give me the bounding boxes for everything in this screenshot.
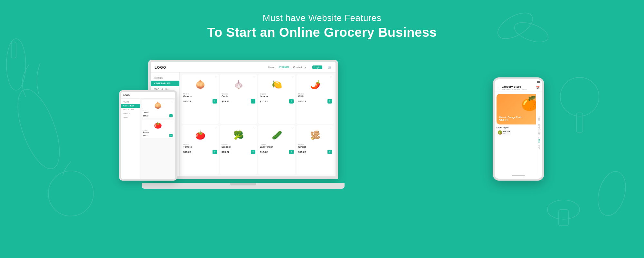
tablet-logo: LOGO	[123, 94, 130, 96]
hero-title: To Start an Online Grocery Business	[207, 25, 437, 40]
tablet-sidebar-dairy[interactable]: DAIRY	[121, 115, 140, 119]
tablet-add-onion[interactable]: +	[169, 114, 173, 117]
phone-kiwi-info: Kiwi Fruit 4kg	[503, 131, 510, 134]
nav-link-home[interactable]: Home	[268, 66, 275, 69]
phone-mockup: ▮▮▮ ← Grocery Store Pick your Fruit and …	[493, 77, 544, 181]
tablet-product-card-onion: ♡ 🧅 Modern Onions $15.22 +	[142, 100, 174, 118]
laptop-add-lemon[interactable]: +	[289, 99, 294, 104]
phone-screen: ▮▮▮ ← Grocery Store Pick your Fruit and …	[493, 77, 544, 181]
tablet-sidebar: FRUITS VEGETABLES MEAT & FISH SNACKS DAI…	[121, 99, 140, 179]
phone-order-again-list: 🥝 Kiwi Fruit 4kg	[497, 130, 540, 135]
phone-status-bar: ▮▮▮	[495, 79, 542, 84]
phone-side-tabs: EGGS VEGETABLES FRUIT MILK	[536, 92, 542, 174]
nav-link-contact[interactable]: Contact Us	[293, 66, 306, 69]
laptop-heart-onion[interactable]: ♡	[215, 76, 217, 79]
phone-order-again-title: Order Again	[497, 126, 540, 129]
svg-point-1	[48, 171, 93, 216]
laptop-product-card-garlic: ♡ 🧄 Organic Garlic $15.22 +	[220, 74, 257, 124]
laptop-add-garlic[interactable]: +	[251, 99, 255, 104]
laptop-product-img-broccoli: 🥦	[232, 128, 246, 142]
laptop-add-ginger[interactable]: +	[327, 150, 332, 154]
laptop-product-name-garlic: Garlic	[222, 95, 228, 98]
laptop-heart-ladyfinger[interactable]: ♡	[291, 126, 294, 129]
tablet-heart-onion[interactable]: ♡	[171, 101, 173, 103]
tablet-sidebar-meat[interactable]: MEAT & FISH	[121, 108, 140, 112]
tablet-product-name-tomato: Tomato	[143, 131, 149, 133]
phone-indicator-bar	[512, 175, 525, 176]
laptop-product-img-lemon: 🍋	[270, 77, 284, 92]
laptop-price-tomato: $15.22	[183, 151, 191, 154]
phone-tab-fruit[interactable]: FRUIT	[538, 137, 540, 143]
phone-battery-icon: ▮▮▮	[537, 81, 540, 83]
tablet-product-area: ♡ 🧅 Modern Onions $15.22 + ♡ 🍅 Organic T…	[140, 99, 175, 179]
laptop-product-img-chilli: 🌶️	[308, 77, 322, 92]
tablet-sidebar-fruits[interactable]: FRUITS	[121, 100, 140, 104]
laptop-price-row-onion: $15.22 +	[183, 99, 217, 104]
phone-order-item-kiwi[interactable]: 🥝 Kiwi Fruit 4kg	[497, 130, 511, 135]
phone-main-content: 🍊 Classic Orange Fruit $20.41 Order Agai…	[495, 92, 542, 174]
laptop-product-name-broccoli: Broccoli	[222, 145, 231, 148]
phone-featured-name: Classic Orange Fruit	[499, 116, 538, 119]
svg-point-10	[512, 19, 551, 46]
laptop-add-tomato[interactable]: +	[213, 150, 217, 154]
laptop-heart-tomato[interactable]: ♡	[215, 126, 217, 129]
laptop-heart-ginger[interactable]: ♡	[330, 126, 332, 129]
laptop-price-row-tomato: $15.22 +	[183, 150, 217, 154]
svg-point-0	[9, 84, 68, 174]
tablet-navbar: LOGO	[121, 92, 175, 99]
laptop-navbar: LOGO Home Products Contact Us Login 🛒	[151, 62, 336, 73]
nav-link-products[interactable]: Products	[279, 65, 289, 69]
laptop-price-ladyfinger: $15.22	[260, 151, 268, 154]
laptop-price-row-chilli: $15.22 +	[298, 99, 332, 104]
laptop-heart-broccoli[interactable]: ♡	[253, 126, 255, 129]
tablet-sidebar-vegetables[interactable]: VEGETABLES	[121, 104, 140, 108]
tablet-add-tomato[interactable]: +	[169, 134, 173, 137]
laptop-price-chilli: $15.22	[298, 100, 306, 103]
laptop-heart-chilli[interactable]: ♡	[330, 76, 332, 79]
laptop-product-card-lemon: ♡ 🍋 Organic Lemon $15.22 +	[258, 74, 295, 124]
svg-rect-8	[559, 210, 568, 226]
nav-login-button[interactable]: Login	[312, 65, 322, 69]
laptop-product-card-onion: ♡ 🧅 Modern Onions $15.22 +	[182, 74, 219, 124]
tablet-product-card-tomato: ♡ 🍅 Organic Tomato $15.22 +	[142, 120, 174, 138]
phone-store-name: Grocery Store	[502, 85, 536, 88]
nav-cart-icon[interactable]: 🛒	[328, 66, 332, 69]
tablet-product-img-tomato: 🍅	[154, 121, 162, 129]
tablet-body: FRUITS VEGETABLES MEAT & FISH SNACKS DAI…	[121, 99, 175, 179]
laptop-heart-lemon[interactable]: ♡	[291, 76, 294, 79]
laptop-product-img-ladyfinger: 🥒	[270, 128, 284, 142]
laptop-price-lemon: $15.22	[260, 100, 268, 103]
laptop-product-card-tomato: ♡ 🍅 Organic Tomoto $15.22 +	[182, 125, 219, 174]
hero-section: Must have Website Features To Start an O…	[207, 13, 437, 40]
laptop-nav-links: Home Products Contact Us Login 🛒	[268, 65, 332, 69]
phone-home-indicator	[495, 174, 542, 177]
tablet-sidebar-snacks[interactable]: SNACKS	[121, 112, 140, 115]
tablet-price-row-tomato: $15.22 +	[143, 134, 173, 137]
phone-tab-eggs[interactable]: EGGS	[538, 116, 540, 121]
svg-rect-3	[11, 42, 16, 58]
laptop-heart-garlic[interactable]: ♡	[253, 76, 255, 79]
laptop-add-ladyfinger[interactable]: +	[289, 150, 294, 154]
laptop-product-card-broccoli: ♡ 🥦 Organic Broccoli $15.22 +	[220, 125, 257, 174]
phone-featured-fruit-emoji: 🍊	[521, 95, 538, 111]
laptop-sidebar-vegetables[interactable]: VEGETABLES	[151, 81, 179, 86]
phone-tab-milk[interactable]: MILK	[538, 145, 540, 149]
laptop-price-row-garlic: $15.22 +	[222, 99, 255, 104]
phone-featured-card: 🍊 Classic Orange Fruit $20.41	[497, 94, 540, 124]
back-arrow-icon[interactable]: ←	[497, 86, 500, 89]
laptop-price-garlic: $15.22	[222, 100, 229, 103]
tablet-heart-tomato[interactable]: ♡	[171, 120, 173, 123]
svg-point-9	[494, 8, 537, 44]
phone-calendar-icon[interactable]: 📅	[536, 86, 540, 89]
tablet-price-onion: $15.22	[143, 115, 148, 117]
laptop-add-chilli[interactable]: +	[327, 99, 332, 104]
laptop-add-onion[interactable]: +	[213, 99, 217, 104]
laptop-product-name-onion: Onions	[183, 95, 192, 98]
laptop-price-broccoli: $15.22	[222, 151, 229, 154]
laptop-sidebar-fruits[interactable]: FRUITS	[151, 75, 179, 81]
laptop-price-ginger: $15.22	[298, 151, 306, 154]
laptop-add-broccoli[interactable]: +	[251, 150, 255, 154]
phone-tab-vegetables[interactable]: VEGETABLES	[538, 124, 540, 135]
phone-kiwi-img: 🥝	[497, 130, 502, 135]
laptop-product-name-tomato: Tomoto	[183, 145, 192, 148]
